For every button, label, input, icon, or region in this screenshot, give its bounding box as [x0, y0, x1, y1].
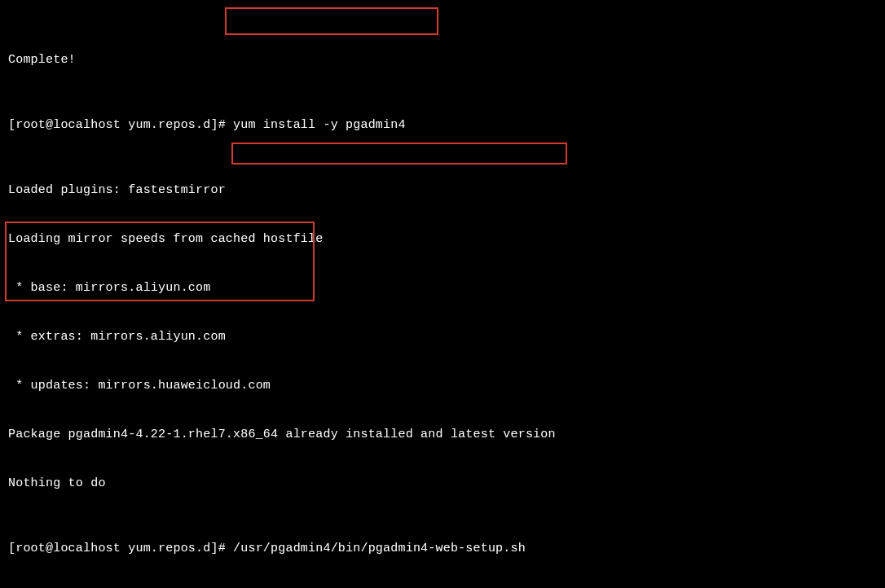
highlight-box-1 — [225, 7, 438, 35]
output-line: Loading mirror speeds from cached hostfi… — [8, 231, 877, 248]
output-line: * updates: mirrors.huaweicloud.com — [8, 378, 877, 394]
output-line: * extras: mirrors.aliyun.com — [8, 329, 877, 345]
highlight-box-2 — [231, 143, 567, 165]
output-line: Complete! — [8, 52, 877, 68]
command-yum-install: yum install -y pgadmin4 — [233, 118, 406, 132]
shell-prompt: [root@localhost yum.repos.d]# — [8, 542, 233, 555]
shell-prompt-line: [root@localhost yum.repos.d]# /usr/pgadm… — [8, 541, 877, 557]
output-line: * base: mirrors.aliyun.com — [8, 280, 877, 296]
output-line: Nothing to do — [8, 476, 877, 492]
command-setup-script: /usr/pgadmin4/bin/pgadmin4-web-setup.sh — [233, 542, 526, 555]
output-line: Loaded plugins: fastestmirror — [8, 182, 877, 199]
shell-prompt-line: [root@localhost yum.repos.d]# yum instal… — [8, 117, 877, 134]
shell-prompt: [root@localhost yum.repos.d]# — [8, 118, 233, 132]
output-line: Package pgadmin4-4.22-1.rhel7.x86_64 alr… — [8, 427, 877, 443]
terminal-window[interactable]: Complete! [root@localhost yum.repos.d]# … — [0, 0, 885, 588]
